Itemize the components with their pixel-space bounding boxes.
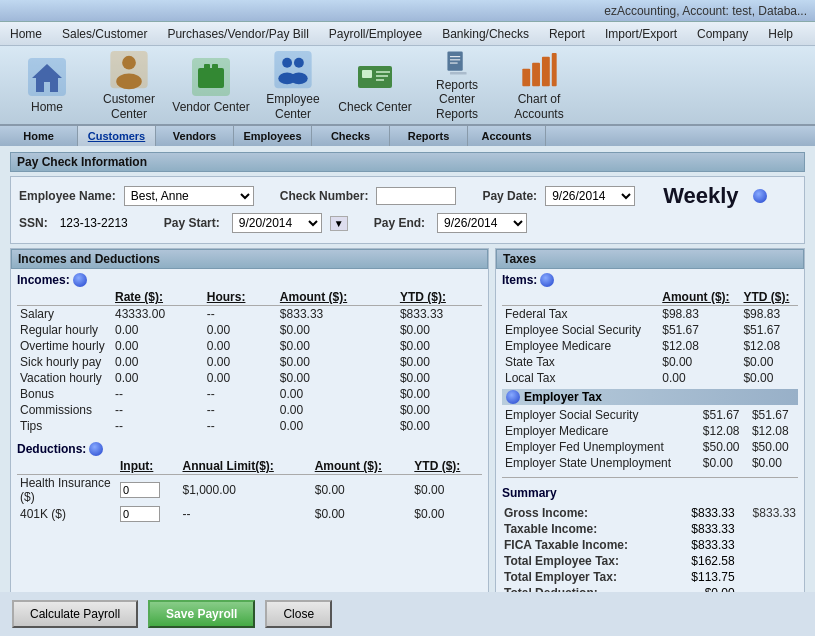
toolbar-employee-label: Employee Center [254,92,332,121]
employer-tax-amount: $51.67 [700,407,749,423]
pay-start-calendar[interactable]: ▼ [330,216,348,231]
ded-col-limit: Annual Limit($): [179,458,311,475]
tax-col-ytd: YTD ($): [740,289,798,306]
menu-import[interactable]: Import/Export [595,24,687,44]
svg-rect-15 [362,70,372,78]
income-hours: -- [204,386,277,402]
income-row: Tips -- -- 0.00 $0.00 [17,418,482,434]
subnav-accounts[interactable]: Accounts [468,126,546,146]
close-button[interactable]: Close [265,600,332,628]
subnav-vendors[interactable]: Vendors [156,126,234,146]
deduction-row: 401K ($) -- $0.00 $0.00 [17,505,482,523]
employee-name-label: Employee Name: [19,189,116,203]
subnav-customers[interactable]: Customers [78,126,156,146]
items-label: Items: [502,273,537,287]
items-info-icon[interactable] [540,273,554,287]
summary-row-amount: $833.33 [675,506,734,520]
pay-end-select[interactable]: 9/26/2014 [437,213,527,233]
toolbar-customer-label: Customer Center [90,92,168,121]
employee-name-select[interactable]: Best, Anne [124,186,254,206]
employer-tax-ytd: $51.67 [749,407,798,423]
income-ytd: $833.33 [397,306,482,323]
tax-amount: $98.83 [659,306,740,323]
ded-name: Health Insurance ($) [17,475,117,506]
incomes-info-icon[interactable] [73,273,87,287]
svg-rect-6 [198,68,224,88]
tax-name: Local Tax [502,370,659,386]
income-hours: 0.00 [204,370,277,386]
deductions-section: Deductions: Input: Annual Limit($): Amou… [17,442,482,523]
ded-col-input: Input: [117,458,179,475]
ded-input[interactable] [117,475,179,506]
summary-row: Taxable Income: $833.33 [504,522,796,536]
incomes-deductions-header: Incomes and Deductions [11,249,488,269]
summary-row: FICA Taxable Income: $833.33 [504,538,796,552]
menu-home[interactable]: Home [0,24,52,44]
svg-point-11 [294,58,304,68]
menu-help[interactable]: Help [758,24,803,44]
check-number-input[interactable] [376,187,456,205]
employer-tax-row: Employer Social Security $51.67 $51.67 [502,407,798,423]
ded-name: 401K ($) [17,505,117,523]
col-rate: Rate ($): [112,289,204,306]
income-rate: -- [112,386,204,402]
tax-name: Employee Medicare [502,338,659,354]
subnav-checks[interactable]: Checks [312,126,390,146]
income-hours: 0.00 [204,338,277,354]
frequency-info-icon[interactable] [753,189,767,203]
tax-row: Employee Medicare $12.08 $12.08 [502,338,798,354]
incomes-deductions-label: Incomes and Deductions [18,252,160,266]
tax-name: State Tax [502,354,659,370]
title-text: ezAccounting, Account: test, Databa... [604,4,807,18]
toolbar-reports[interactable]: Reports Center Reports [418,49,496,121]
income-ytd: $0.00 [397,386,482,402]
toolbar-vendor[interactable]: Vendor Center [172,49,250,121]
employer-tax-name: Employer Social Security [502,407,700,423]
ded-input[interactable] [117,505,179,523]
income-amount: $0.00 [277,338,397,354]
menu-banking[interactable]: Banking/Checks [432,24,539,44]
toolbar-accounts[interactable]: Chart of Accounts [500,49,578,121]
main-content: Pay Check Information Employee Name: Bes… [0,146,815,632]
toolbar-customer[interactable]: Customer Center [90,49,168,121]
income-rate: 0.00 [112,354,204,370]
pay-start-select[interactable]: 9/20/2014 [232,213,322,233]
employee-icon [272,49,314,90]
subnav-home[interactable]: Home [0,126,78,146]
toolbar-home-label: Home [31,100,63,114]
toolbar-home[interactable]: Home [8,49,86,121]
tax-amount: 0.00 [659,370,740,386]
summary-row-amount: $833.33 [675,522,734,536]
pay-date-select[interactable]: 9/26/2014 [545,186,635,206]
income-hours: -- [204,306,277,323]
menu-sales[interactable]: Sales/Customer [52,24,157,44]
menu-company[interactable]: Company [687,24,758,44]
employer-tax-name: Employer Medicare [502,423,700,439]
svg-rect-27 [552,53,557,86]
employer-tax-ytd: $12.08 [749,423,798,439]
deductions-info-icon[interactable] [89,442,103,456]
deduction-row: Health Insurance ($) $1,000.00 $0.00 $0.… [17,475,482,506]
menu-purchases[interactable]: Purchases/Vendor/Pay Bill [157,24,318,44]
calculate-payroll-button[interactable]: Calculate Payroll [12,600,138,628]
svg-point-4 [116,74,142,90]
income-rate: -- [112,402,204,418]
income-row: Overtime hourly 0.00 0.00 $0.00 $0.00 [17,338,482,354]
ded-limit: -- [179,505,311,523]
employer-tax-label: Employer Tax [524,390,602,404]
taxes-panel: Taxes Items: Amount ($): YTD ($): Federa… [495,248,805,626]
pay-start-label: Pay Start: [164,216,220,230]
toolbar-check[interactable]: Check Center [336,49,414,121]
incomes-table: Rate ($): Hours: Amount ($): YTD ($): Sa… [17,289,482,434]
taxes-label: Taxes [503,252,536,266]
toolbar-employee[interactable]: Employee Center [254,49,332,121]
ded-limit: $1,000.00 [179,475,311,506]
paycheck-row1: Employee Name: Best, Anne Check Number: … [19,183,796,209]
save-payroll-button[interactable]: Save Payroll [148,600,255,628]
summary-row: Gross Income: $833.33 $833.33 [504,506,796,520]
menu-payroll[interactable]: Payroll/Employee [319,24,432,44]
subnav-employees[interactable]: Employees [234,126,312,146]
subnav-reports[interactable]: Reports [390,126,468,146]
taxes-header: Taxes [496,249,804,269]
menu-report[interactable]: Report [539,24,595,44]
